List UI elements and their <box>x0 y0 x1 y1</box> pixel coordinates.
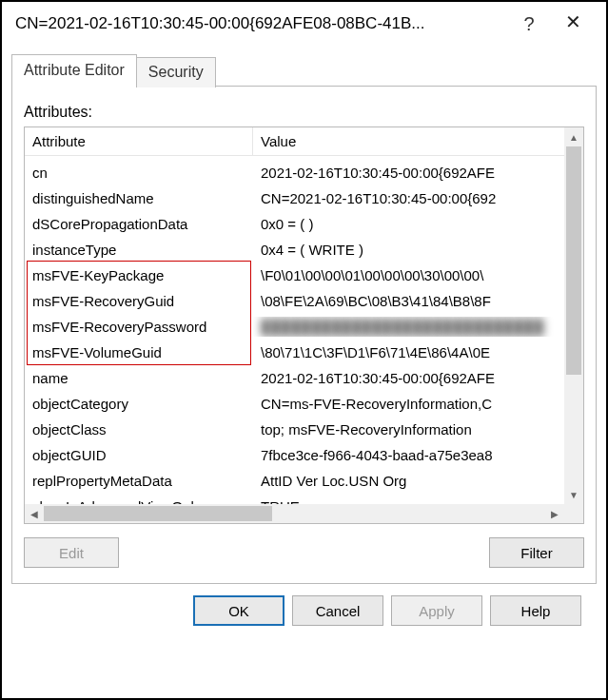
vscroll-thumb[interactable] <box>566 146 581 375</box>
table-row[interactable]: objectGUID7fbce3ce-f966-4043-baad-a75e3e… <box>25 442 564 468</box>
close-icon[interactable]: ✕ <box>551 12 595 31</box>
horizontal-scrollbar[interactable]: ◀ ▶ <box>25 504 564 523</box>
attribute-name: showInAdvancedViewOnly <box>25 496 253 504</box>
column-header-attribute[interactable]: Attribute <box>25 127 253 155</box>
attribute-name: replPropertyMetaData <box>25 471 253 491</box>
table-row[interactable]: msFVE-VolumeGuid\80\71\1C\3F\D1\F6\71\4E… <box>25 340 564 365</box>
panel-button-row: Edit Filter <box>24 537 584 568</box>
properties-dialog: CN=2021-02-16T10:30:45-00:00{692AFE08-08… <box>0 0 608 700</box>
edit-button: Edit <box>24 537 119 568</box>
table-body[interactable]: cn2021-02-16T10:30:45-00:00{692AFEdistin… <box>25 160 564 504</box>
table-row[interactable]: replPropertyMetaData AttID Ver Loc.USN O… <box>25 468 564 494</box>
attribute-name: msFVE-VolumeGuid <box>25 342 253 362</box>
attribute-name: msFVE-KeyPackage <box>25 265 253 285</box>
attribute-value: CN=2021-02-16T10:30:45-00:00{692 <box>253 188 564 208</box>
scroll-right-icon[interactable]: ▶ <box>545 504 564 523</box>
scroll-down-icon[interactable]: ▼ <box>564 485 583 504</box>
vertical-scrollbar[interactable]: ▲ ▼ <box>564 127 583 504</box>
hscroll-thumb[interactable] <box>44 506 272 521</box>
attribute-value: AttID Ver Loc.USN Org <box>253 471 564 491</box>
attribute-name: objectClass <box>25 419 253 439</box>
scroll-up-icon[interactable]: ▲ <box>564 127 583 146</box>
table-header: Attribute Value <box>25 127 583 156</box>
tab-panel: Attributes: Attribute Value cn2021-02-16… <box>11 86 597 584</box>
table-row[interactable]: name2021-02-16T10:30:45-00:00{692AFE <box>25 365 564 391</box>
help-icon[interactable]: ? <box>507 13 551 35</box>
attribute-value: 0x0 = ( ) <box>253 214 564 234</box>
help-button[interactable]: Help <box>490 595 581 626</box>
attribute-value: \80\71\1C\3F\D1\F6\71\4E\86\4A\0E <box>253 342 564 362</box>
content: Attribute Editor Security Attributes: At… <box>2 48 606 635</box>
table-row[interactable]: objectClasstop; msFVE-RecoveryInformatio… <box>25 417 564 442</box>
attribute-name: dSCorePropagationData <box>25 214 253 234</box>
table-row[interactable]: msFVE-RecoveryPassword██████████████████… <box>25 314 564 340</box>
tab-security[interactable]: Security <box>136 57 216 88</box>
attribute-name: msFVE-RecoveryGuid <box>25 291 253 311</box>
attribute-name: instanceType <box>25 240 253 260</box>
attribute-value: 0x4 = ( WRITE ) <box>253 240 564 260</box>
attribute-value: 7fbce3ce-f966-4043-baad-a75e3ea8 <box>253 445 564 465</box>
column-header-value[interactable]: Value <box>253 127 583 155</box>
ok-button[interactable]: OK <box>193 595 284 626</box>
filter-button[interactable]: Filter <box>489 537 584 568</box>
attributes-table: Attribute Value cn2021-02-16T10:30:45-00… <box>24 126 584 524</box>
attribute-value: \F0\01\00\00\01\00\00\00\30\00\00\ <box>253 265 564 285</box>
table-row[interactable]: showInAdvancedViewOnlyTRUE <box>25 494 564 504</box>
attributes-label: Attributes: <box>24 104 584 121</box>
titlebar: CN=2021-02-16T10:30:45-00:00{692AFE08-08… <box>2 2 606 48</box>
scroll-left-icon[interactable]: ◀ <box>25 504 44 523</box>
table-row[interactable]: objectCategoryCN=ms-FVE-RecoveryInformat… <box>25 391 564 417</box>
attribute-value: 2021-02-16T10:30:45-00:00{692AFE <box>253 368 564 388</box>
table-row[interactable]: cn2021-02-16T10:30:45-00:00{692AFE <box>25 160 564 185</box>
attribute-name: msFVE-RecoveryPassword <box>25 317 253 337</box>
attribute-value: top; msFVE-RecoveryInformation <box>253 419 564 439</box>
table-row[interactable]: instanceType0x4 = ( WRITE ) <box>25 237 564 262</box>
table-row[interactable]: distinguishedNameCN=2021-02-16T10:30:45-… <box>25 185 564 211</box>
attribute-value: ████████████████████████████ <box>253 317 564 337</box>
table-row[interactable]: dSCorePropagationData0x0 = ( ) <box>25 211 564 237</box>
apply-button: Apply <box>391 595 482 626</box>
window-title: CN=2021-02-16T10:30:45-00:00{692AFE08-08… <box>15 14 507 33</box>
attribute-value: \08\FE\2A\69\BC\08\B3\41\84\B8\8F <box>253 291 564 311</box>
attribute-value: TRUE <box>253 496 564 504</box>
attribute-name: cn <box>25 163 253 183</box>
cancel-button[interactable]: Cancel <box>292 595 383 626</box>
table-row[interactable]: msFVE-KeyPackage\F0\01\00\00\01\00\00\00… <box>25 262 564 288</box>
attribute-value: 2021-02-16T10:30:45-00:00{692AFE <box>253 163 564 183</box>
attribute-name: objectCategory <box>25 394 253 414</box>
scroll-corner <box>564 504 583 523</box>
tab-attribute-editor[interactable]: Attribute Editor <box>11 54 137 87</box>
attribute-value: CN=ms-FVE-RecoveryInformation,C <box>253 394 564 414</box>
dialog-button-row: OK Cancel Apply Help <box>11 584 597 626</box>
tab-strip: Attribute Editor Security <box>11 53 597 86</box>
attribute-name: objectGUID <box>25 445 253 465</box>
table-row[interactable]: msFVE-RecoveryGuid\08\FE\2A\69\BC\08\B3\… <box>25 288 564 314</box>
attribute-name: distinguishedName <box>25 188 253 208</box>
attribute-name: name <box>25 368 253 388</box>
